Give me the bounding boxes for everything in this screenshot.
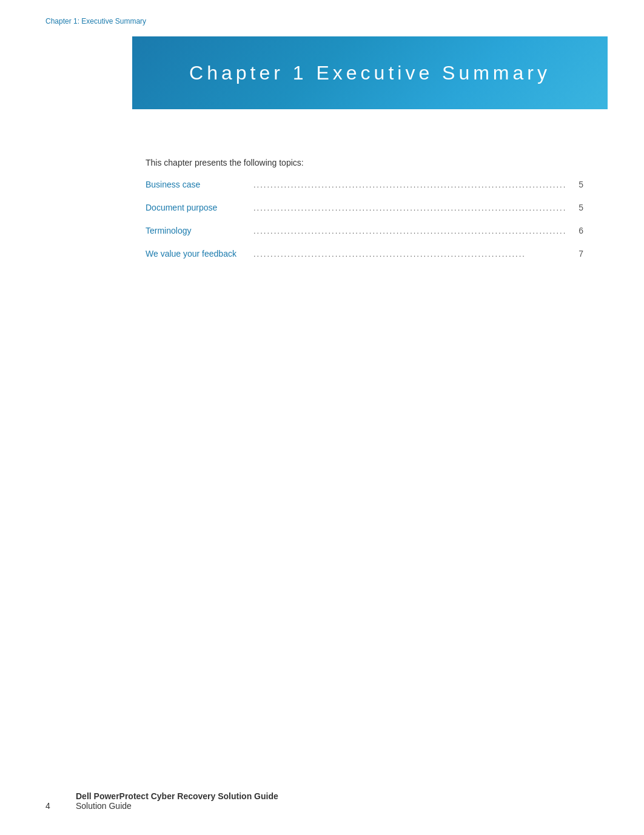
toc-row: Document purpose........................… [146,203,583,225]
toc-link[interactable]: Business case [146,180,249,189]
toc-page-number: 7 [565,249,583,259]
footer-subtitle: Solution Guide [76,801,278,811]
footer-text-block: Dell PowerProtect Cyber Recovery Solutio… [76,791,278,811]
chapter-title: Chapter 1 Executive Summary [189,62,551,84]
toc-link[interactable]: Document purpose [146,203,249,212]
breadcrumb: Chapter 1: Executive Summary [45,17,146,25]
toc-page-number: 6 [565,226,583,235]
toc-link[interactable]: We value your feedback [146,249,249,259]
toc-page-number: 5 [565,180,583,189]
toc-row: Business case...........................… [146,180,583,201]
toc-row: Terminology.............................… [146,226,583,248]
toc-link[interactable]: Terminology [146,226,249,235]
page: Chapter 1: Executive Summary Chapter 1 E… [0,0,644,835]
toc-row: We value your feedback..................… [146,249,583,271]
chapter-header-banner: Chapter 1 Executive Summary [132,36,608,109]
toc-dots: ........................................… [249,203,565,212]
footer-page-number: 4 [45,801,64,811]
content-area: This chapter presents the following topi… [146,158,583,272]
toc-dots: ........................................… [249,226,565,235]
footer: 4 Dell PowerProtect Cyber Recovery Solut… [45,791,599,811]
toc-page-number: 5 [565,203,583,212]
toc-dots: ........................................… [249,249,565,259]
intro-text: This chapter presents the following topi… [146,158,583,167]
toc-dots: ........................................… [249,180,565,189]
toc-container: Business case...........................… [146,180,583,271]
footer-title: Dell PowerProtect Cyber Recovery Solutio… [76,791,278,801]
breadcrumb-text: Chapter 1: Executive Summary [45,17,146,25]
